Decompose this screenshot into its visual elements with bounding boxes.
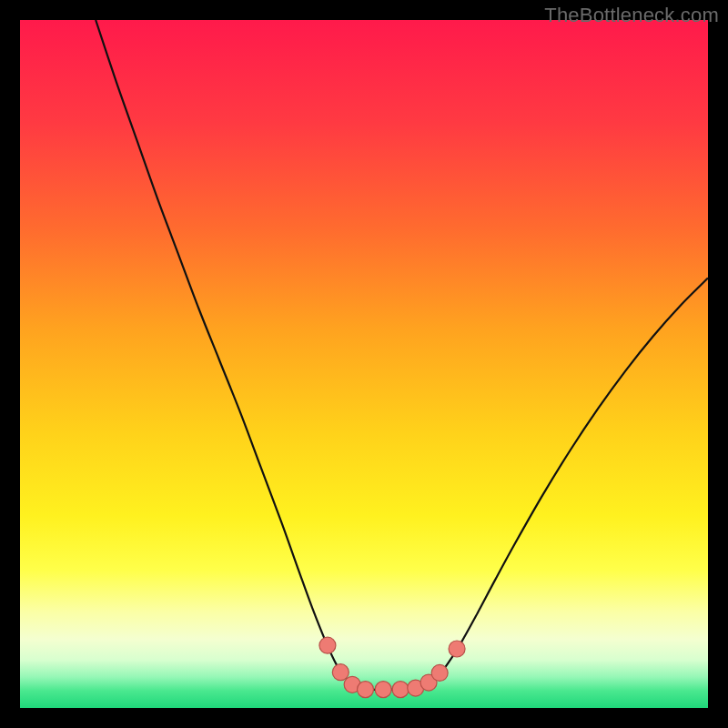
- curve-marker: [358, 682, 374, 698]
- curve-marker: [431, 664, 448, 681]
- watermark-text: TheBottleneck.com: [544, 4, 719, 27]
- curve-marker: [319, 637, 336, 653]
- curve-marker: [449, 641, 465, 657]
- gradient-background: [20, 20, 708, 708]
- curve-marker: [392, 682, 409, 698]
- chart-frame: [20, 20, 708, 708]
- curve-marker: [375, 682, 391, 698]
- curve-marker: [332, 664, 349, 681]
- bottleneck-chart: [20, 20, 708, 708]
